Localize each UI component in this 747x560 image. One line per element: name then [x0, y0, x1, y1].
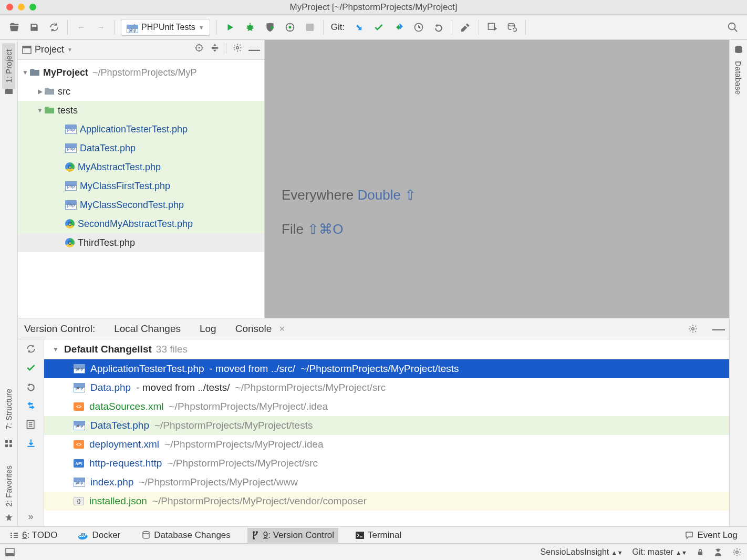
changes-list[interactable]: ▼ Default Changelist 33 files phpApplica… — [44, 339, 729, 526]
inspector-icon[interactable] — [713, 547, 723, 557]
tab-local-changes[interactable]: Local Changes — [112, 320, 183, 338]
list-icon — [9, 532, 19, 539]
gear-icon[interactable] — [688, 324, 698, 334]
changelist-icon[interactable] — [26, 419, 36, 430]
status-sensio[interactable]: SensioLabsInsight ▲▼ — [541, 547, 623, 557]
tree-file[interactable]: phpApplicationTesterTest.php — [18, 120, 264, 139]
tab-terminal[interactable]: Terminal — [351, 528, 406, 543]
json-file-icon: {} — [74, 497, 84, 505]
php-file-icon: php — [74, 421, 85, 430]
tab-structure[interactable]: 7: Structure — [2, 382, 15, 436]
changelist-header[interactable]: ▼ Default Changelist 33 files — [44, 339, 729, 359]
change-row[interactable]: phpDataTest.php~/PhpstormProjects/MyProj… — [44, 416, 729, 435]
dropdown-icon[interactable]: ▼ — [67, 47, 72, 53]
settings-icon[interactable] — [456, 18, 474, 36]
tree-root[interactable]: ▼ MyProject ~/PhpstormProjects/MyP — [18, 63, 264, 82]
tree-file[interactable]: CSecondMyAbstractTest.php — [18, 214, 264, 233]
project-tree[interactable]: ▼ MyProject ~/PhpstormProjects/MyP ▶ src… — [18, 60, 264, 318]
profile-icon[interactable] — [281, 18, 299, 36]
tab-log[interactable]: Log — [198, 320, 219, 338]
change-row[interactable]: phpindex.php~/PhpstormProjects/MyProject… — [44, 473, 729, 492]
tree-folder-tests[interactable]: ▼ tests — [18, 101, 264, 120]
close-tab-icon[interactable]: ✕ — [279, 325, 285, 333]
project-panel-title[interactable]: Project — [35, 44, 64, 55]
db-console-icon[interactable] — [483, 18, 501, 36]
tab-database[interactable]: Database — [732, 55, 745, 101]
target-icon[interactable] — [194, 43, 204, 57]
project-panel-header: Project ▼ — — [18, 40, 264, 60]
right-tool-gutter: Database — [729, 40, 747, 526]
svg-rect-27 — [698, 551, 702, 554]
tab-favorites[interactable]: 2: Favorites — [2, 459, 15, 513]
refresh-icon[interactable] — [26, 344, 36, 354]
php-file-icon: php — [74, 364, 85, 374]
vcs-history-icon[interactable] — [410, 18, 428, 36]
back-icon[interactable]: ← — [72, 18, 90, 36]
chevron-down-icon[interactable]: ▼ — [51, 346, 60, 353]
tab-version-control[interactable]: 9: Version Control — [247, 528, 338, 543]
shelve-icon[interactable] — [26, 438, 36, 449]
vcs-revert-icon[interactable] — [430, 18, 448, 36]
coverage-icon[interactable] — [261, 18, 279, 36]
status-git-branch[interactable]: Git: master ▲▼ — [632, 547, 687, 557]
search-icon[interactable] — [724, 18, 742, 36]
db-sync-icon[interactable] — [503, 18, 521, 36]
open-icon[interactable] — [5, 18, 23, 36]
minimize-window-button[interactable] — [18, 4, 25, 11]
run-config-selector[interactable]: php PHPUnit Tests ▼ — [121, 19, 210, 36]
vcs-push-icon[interactable] — [390, 18, 408, 36]
chevron-down-icon[interactable]: ▼ — [21, 69, 29, 76]
chevron-right-icon[interactable]: ▶ — [36, 88, 44, 95]
svg-rect-3 — [306, 24, 314, 31]
hide-icon[interactable]: — — [248, 43, 260, 57]
change-row[interactable]: <>deployment.xml~/PhpstormProjects/MyPro… — [44, 435, 729, 454]
stop-icon[interactable] — [301, 18, 319, 36]
tree-file[interactable]: phpMyClassFirstTest.php — [18, 177, 264, 195]
tab-event-log[interactable]: Event Log — [680, 528, 742, 543]
tab-docker[interactable]: Docker — [74, 528, 124, 543]
tree-file[interactable]: CThirdTest.php — [18, 233, 264, 252]
window-mode-icon[interactable] — [5, 548, 15, 556]
close-window-button[interactable] — [6, 4, 13, 11]
gear-icon[interactable] — [233, 43, 242, 57]
change-row[interactable]: <>dataSources.xml~/PhpstormProjects/MyPr… — [44, 397, 729, 416]
more-icon[interactable]: » — [28, 511, 33, 522]
change-row[interactable]: {}installed.json~/PhpstormProjects/MyPro… — [44, 492, 729, 511]
hide-icon[interactable]: — — [712, 322, 725, 336]
tree-file[interactable]: CMyAbstractTest.php — [18, 158, 264, 177]
tree-file[interactable]: phpDataTest.php — [18, 139, 264, 158]
zoom-window-button[interactable] — [29, 4, 36, 11]
run-icon[interactable] — [221, 18, 239, 36]
structure-icon — [4, 439, 14, 449]
rollback-icon[interactable] — [26, 381, 36, 392]
vcs-commit-icon[interactable] — [370, 18, 388, 36]
star-icon — [4, 513, 14, 522]
collapse-icon[interactable] — [210, 43, 220, 57]
save-icon[interactable] — [25, 18, 43, 36]
lock-icon[interactable] — [697, 548, 704, 556]
svg-point-15 — [199, 47, 200, 48]
forward-icon[interactable]: → — [92, 18, 110, 36]
tab-todo[interactable]: 6: TODO — [5, 528, 61, 543]
branch-icon — [252, 531, 260, 540]
svg-rect-13 — [23, 46, 31, 48]
tab-console[interactable]: Console — [233, 320, 274, 338]
diff-icon[interactable] — [26, 400, 36, 411]
tree-file[interactable]: phpMyClassSecondTest.php — [18, 195, 264, 214]
project-tool-window: Project ▼ — ▼ MyProject ~/ — [18, 40, 265, 318]
tree-folder-src[interactable]: ▶ src — [18, 82, 264, 101]
tab-database-changes[interactable]: Database Changes — [137, 528, 235, 543]
vcs-update-icon[interactable] — [350, 18, 368, 36]
change-row[interactable]: APIhttp-request.http~/PhpstormProjects/M… — [44, 454, 729, 473]
editor-empty-state: Everywhere Double ⇧ File ⇧⌘O — [265, 40, 729, 318]
window-title: MyProject [~/PhpstormProjects/MyProject] — [290, 2, 458, 13]
chevron-down-icon[interactable]: ▼ — [36, 107, 44, 114]
change-row[interactable]: phpApplicationTesterTest.php- moved from… — [44, 359, 729, 378]
change-row[interactable]: phpData.php- moved from ../tests/~/Phpst… — [44, 378, 729, 397]
commit-icon[interactable] — [26, 362, 36, 373]
sync-icon[interactable] — [45, 18, 63, 36]
debug-icon[interactable] — [241, 18, 259, 36]
traffic-lights — [6, 4, 36, 11]
tab-project[interactable]: 1: Project — [2, 43, 15, 89]
gear-icon[interactable] — [732, 547, 742, 557]
